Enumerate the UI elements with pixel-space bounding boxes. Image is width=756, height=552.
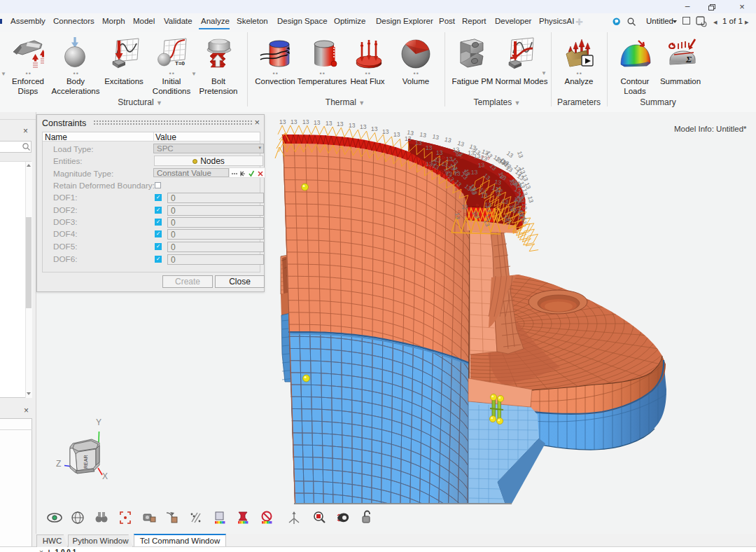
svg-text:13: 13 [314,119,321,126]
svg-text:13: 13 [516,151,525,159]
svg-text:13: 13 [426,144,433,151]
svg-text:13: 13 [360,123,367,130]
svg-text:X: X [102,471,108,481]
svg-text:13: 13 [477,161,485,169]
svg-text:13: 13 [461,203,469,211]
svg-text:13: 13 [393,131,400,138]
svg-text:Y: Y [96,418,102,427]
svg-text:Z: Z [56,459,61,469]
svg-text:13: 13 [473,152,480,160]
svg-text:13: 13 [454,212,461,220]
svg-text:13: 13 [419,131,427,139]
svg-text:13: 13 [326,120,332,127]
svg-text:13: 13 [432,133,440,142]
svg-text:13: 13 [290,118,298,125]
svg-text:13: 13 [505,149,515,159]
svg-text:REAR: REAR [83,455,88,469]
svg-text:13: 13 [426,160,433,167]
svg-text:13: 13 [371,125,378,132]
svg-text:13: 13 [349,122,356,129]
svg-text:13: 13 [518,195,526,203]
svg-text:13: 13 [521,202,528,210]
svg-text:13: 13 [436,149,443,156]
svg-text:13: 13 [415,139,422,146]
svg-text:13: 13 [444,136,452,144]
svg-text:13: 13 [518,210,525,217]
svg-text:13: 13 [279,118,286,125]
svg-text:13: 13 [337,120,344,127]
svg-text:13: 13 [302,118,309,125]
svg-text:13: 13 [407,129,414,137]
svg-text:13: 13 [481,192,488,199]
svg-text:13: 13 [521,217,528,224]
svg-text:13: 13 [382,128,389,135]
svg-text:13: 13 [471,169,478,176]
